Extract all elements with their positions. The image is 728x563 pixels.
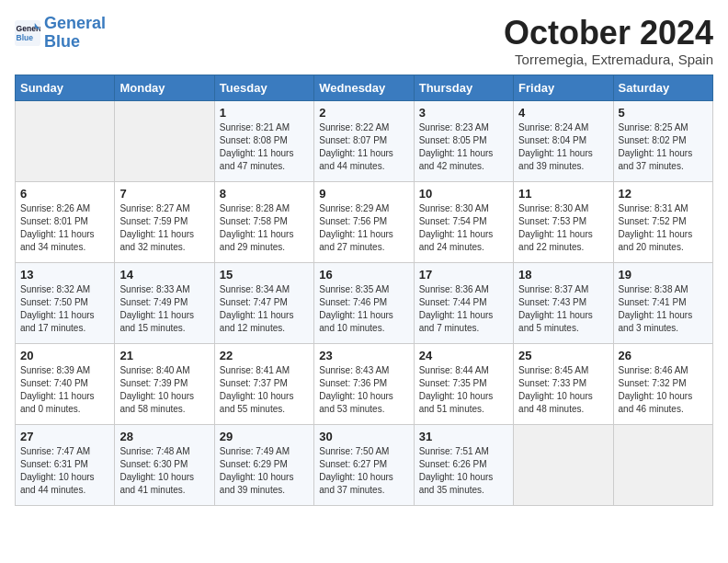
day-number: 15 bbox=[220, 268, 309, 282]
day-number: 1 bbox=[220, 106, 309, 120]
day-number: 14 bbox=[119, 268, 209, 282]
day-number: 21 bbox=[119, 349, 209, 362]
day-number: 20 bbox=[20, 349, 109, 362]
day-info: Sunrise: 7:50 AMSunset: 6:27 PMDaylight:… bbox=[319, 445, 408, 497]
calendar-cell: 26Sunrise: 8:46 AMSunset: 7:32 PMDayligh… bbox=[613, 343, 712, 424]
day-info: Sunrise: 8:41 AMSunset: 7:37 PMDaylight:… bbox=[220, 364, 309, 416]
title-block: October 2024 Torremegia, Extremadura, Sp… bbox=[504, 15, 713, 67]
weekday-header-sunday: Sunday bbox=[16, 75, 115, 100]
day-number: 11 bbox=[518, 187, 608, 201]
day-info: Sunrise: 8:23 AMSunset: 8:05 PMDaylight:… bbox=[419, 121, 508, 173]
day-number: 31 bbox=[419, 430, 508, 443]
day-info: Sunrise: 8:40 AMSunset: 7:39 PMDaylight:… bbox=[119, 364, 209, 416]
calendar-cell bbox=[613, 424, 712, 505]
day-number: 22 bbox=[220, 349, 309, 362]
day-number: 7 bbox=[119, 187, 209, 201]
day-info: Sunrise: 8:45 AMSunset: 7:33 PMDaylight:… bbox=[518, 364, 608, 416]
day-number: 26 bbox=[619, 349, 708, 362]
calendar-cell: 24Sunrise: 8:44 AMSunset: 7:35 PMDayligh… bbox=[414, 343, 513, 424]
day-info: Sunrise: 8:34 AMSunset: 7:47 PMDaylight:… bbox=[220, 283, 309, 335]
day-info: Sunrise: 8:44 AMSunset: 7:35 PMDaylight:… bbox=[419, 364, 508, 416]
day-info: Sunrise: 8:32 AMSunset: 7:50 PMDaylight:… bbox=[20, 283, 109, 335]
day-number: 23 bbox=[319, 349, 408, 362]
day-info: Sunrise: 7:47 AMSunset: 6:31 PMDaylight:… bbox=[20, 445, 109, 497]
calendar-cell: 10Sunrise: 8:30 AMSunset: 7:54 PMDayligh… bbox=[414, 181, 513, 262]
calendar-cell: 13Sunrise: 8:32 AMSunset: 7:50 PMDayligh… bbox=[16, 262, 115, 343]
calendar-cell: 6Sunrise: 8:26 AMSunset: 8:01 PMDaylight… bbox=[16, 181, 115, 262]
weekday-header-wednesday: Wednesday bbox=[314, 75, 414, 100]
day-info: Sunrise: 8:36 AMSunset: 7:44 PMDaylight:… bbox=[419, 283, 508, 335]
calendar-cell: 11Sunrise: 8:30 AMSunset: 7:53 PMDayligh… bbox=[514, 181, 613, 262]
weekday-header-friday: Friday bbox=[514, 75, 613, 100]
day-info: Sunrise: 8:22 AMSunset: 8:07 PMDaylight:… bbox=[319, 121, 408, 173]
day-info: Sunrise: 8:28 AMSunset: 7:58 PMDaylight:… bbox=[220, 202, 309, 254]
calendar-cell: 21Sunrise: 8:40 AMSunset: 7:39 PMDayligh… bbox=[115, 343, 214, 424]
day-number: 24 bbox=[419, 349, 508, 362]
day-number: 9 bbox=[319, 187, 408, 201]
month-title: October 2024 bbox=[504, 15, 713, 52]
calendar-cell: 28Sunrise: 7:48 AMSunset: 6:30 PMDayligh… bbox=[115, 424, 214, 505]
calendar-cell: 17Sunrise: 8:36 AMSunset: 7:44 PMDayligh… bbox=[414, 262, 513, 343]
day-number: 30 bbox=[319, 430, 408, 443]
calendar-cell: 23Sunrise: 8:43 AMSunset: 7:36 PMDayligh… bbox=[314, 343, 414, 424]
weekday-header-monday: Monday bbox=[115, 75, 214, 100]
calendar-cell bbox=[514, 424, 613, 505]
day-number: 18 bbox=[518, 268, 608, 282]
day-info: Sunrise: 8:38 AMSunset: 7:41 PMDaylight:… bbox=[619, 283, 708, 335]
calendar-cell: 15Sunrise: 8:34 AMSunset: 7:47 PMDayligh… bbox=[214, 262, 313, 343]
calendar-cell: 4Sunrise: 8:24 AMSunset: 8:04 PMDaylight… bbox=[514, 100, 613, 181]
day-number: 2 bbox=[319, 106, 408, 120]
calendar-cell: 22Sunrise: 8:41 AMSunset: 7:37 PMDayligh… bbox=[214, 343, 313, 424]
calendar-cell bbox=[16, 100, 115, 181]
calendar-cell bbox=[115, 100, 214, 181]
calendar-cell: 25Sunrise: 8:45 AMSunset: 7:33 PMDayligh… bbox=[514, 343, 613, 424]
calendar-cell: 1Sunrise: 8:21 AMSunset: 8:08 PMDaylight… bbox=[214, 100, 313, 181]
day-info: Sunrise: 8:33 AMSunset: 7:49 PMDaylight:… bbox=[119, 283, 209, 335]
day-number: 8 bbox=[220, 187, 309, 201]
day-info: Sunrise: 8:25 AMSunset: 8:02 PMDaylight:… bbox=[619, 121, 708, 173]
day-number: 19 bbox=[619, 268, 708, 282]
calendar-cell: 14Sunrise: 8:33 AMSunset: 7:49 PMDayligh… bbox=[115, 262, 214, 343]
day-info: Sunrise: 8:29 AMSunset: 7:56 PMDaylight:… bbox=[319, 202, 408, 254]
weekday-header-saturday: Saturday bbox=[613, 75, 712, 100]
calendar-cell: 8Sunrise: 8:28 AMSunset: 7:58 PMDaylight… bbox=[214, 181, 313, 262]
day-info: Sunrise: 8:37 AMSunset: 7:43 PMDaylight:… bbox=[518, 283, 608, 335]
day-info: Sunrise: 8:30 AMSunset: 7:53 PMDaylight:… bbox=[518, 202, 608, 254]
calendar-cell: 9Sunrise: 8:29 AMSunset: 7:56 PMDaylight… bbox=[314, 181, 414, 262]
day-info: Sunrise: 8:24 AMSunset: 8:04 PMDaylight:… bbox=[518, 121, 608, 173]
day-number: 28 bbox=[119, 430, 209, 443]
location-subtitle: Torremegia, Extremadura, Spain bbox=[504, 52, 713, 67]
day-number: 27 bbox=[20, 430, 109, 443]
day-info: Sunrise: 8:31 AMSunset: 7:52 PMDaylight:… bbox=[619, 202, 708, 254]
day-number: 25 bbox=[518, 349, 608, 362]
day-number: 5 bbox=[619, 106, 708, 120]
day-info: Sunrise: 8:35 AMSunset: 7:46 PMDaylight:… bbox=[319, 283, 408, 335]
day-number: 10 bbox=[419, 187, 508, 201]
day-info: Sunrise: 8:26 AMSunset: 8:01 PMDaylight:… bbox=[20, 202, 109, 254]
svg-text:Blue: Blue bbox=[17, 33, 34, 42]
calendar-cell: 30Sunrise: 7:50 AMSunset: 6:27 PMDayligh… bbox=[314, 424, 414, 505]
day-number: 6 bbox=[20, 187, 109, 201]
calendar-cell: 16Sunrise: 8:35 AMSunset: 7:46 PMDayligh… bbox=[314, 262, 414, 343]
day-number: 12 bbox=[619, 187, 708, 201]
calendar-cell: 20Sunrise: 8:39 AMSunset: 7:40 PMDayligh… bbox=[16, 343, 115, 424]
day-info: Sunrise: 8:30 AMSunset: 7:54 PMDaylight:… bbox=[419, 202, 508, 254]
calendar-cell: 29Sunrise: 7:49 AMSunset: 6:29 PMDayligh… bbox=[214, 424, 313, 505]
weekday-header-tuesday: Tuesday bbox=[214, 75, 313, 100]
calendar-cell: 27Sunrise: 7:47 AMSunset: 6:31 PMDayligh… bbox=[16, 424, 115, 505]
calendar-table: SundayMondayTuesdayWednesdayThursdayFrid… bbox=[15, 75, 713, 506]
day-number: 4 bbox=[518, 106, 608, 120]
day-info: Sunrise: 8:39 AMSunset: 7:40 PMDaylight:… bbox=[20, 364, 109, 416]
calendar-cell: 12Sunrise: 8:31 AMSunset: 7:52 PMDayligh… bbox=[613, 181, 712, 262]
day-number: 13 bbox=[20, 268, 109, 282]
calendar-cell: 31Sunrise: 7:51 AMSunset: 6:26 PMDayligh… bbox=[414, 424, 513, 505]
day-info: Sunrise: 7:49 AMSunset: 6:29 PMDaylight:… bbox=[220, 445, 309, 497]
day-number: 3 bbox=[419, 106, 508, 120]
calendar-cell: 18Sunrise: 8:37 AMSunset: 7:43 PMDayligh… bbox=[514, 262, 613, 343]
calendar-cell: 3Sunrise: 8:23 AMSunset: 8:05 PMDaylight… bbox=[414, 100, 513, 181]
day-info: Sunrise: 8:46 AMSunset: 7:32 PMDaylight:… bbox=[619, 364, 708, 416]
calendar-cell: 19Sunrise: 8:38 AMSunset: 7:41 PMDayligh… bbox=[613, 262, 712, 343]
day-info: Sunrise: 7:48 AMSunset: 6:30 PMDaylight:… bbox=[119, 445, 209, 497]
logo: General Blue GeneralBlue bbox=[15, 15, 106, 52]
logo-text: GeneralBlue bbox=[44, 15, 106, 52]
